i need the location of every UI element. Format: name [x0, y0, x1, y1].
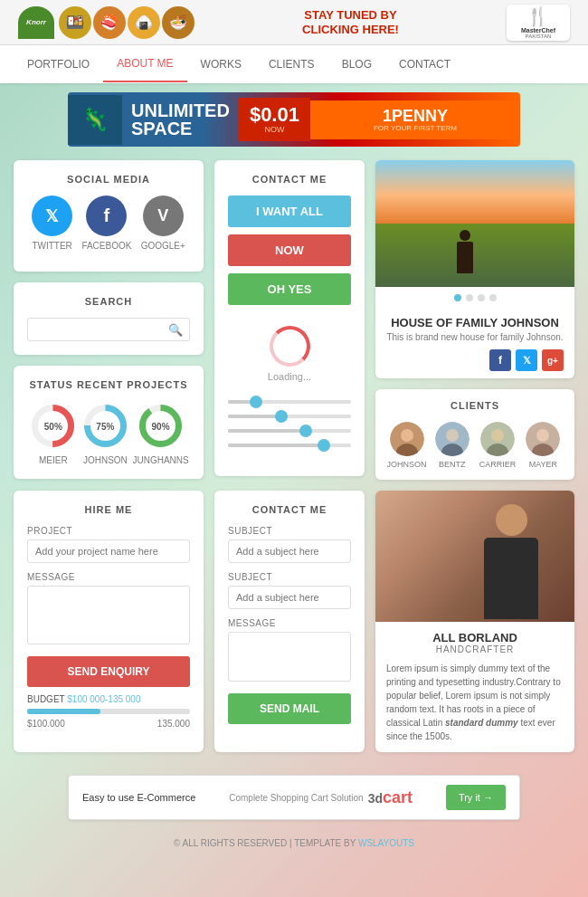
- i-want-all-button[interactable]: I WANT ALL: [228, 196, 351, 227]
- footer-brand: 3dcart: [368, 788, 413, 807]
- slider-track-3[interactable]: [228, 429, 351, 433]
- nav-portfolio[interactable]: PORTFOLIO: [14, 47, 103, 81]
- copyright-link[interactable]: WSLAYOUTS: [358, 838, 414, 848]
- client-name-mayer: MAYER: [529, 460, 557, 469]
- photo-dot-2[interactable]: [466, 294, 473, 301]
- person-name: ALL BORLAND: [386, 631, 564, 644]
- person-body: [484, 538, 538, 619]
- person-role: HANDCRAFTER: [386, 644, 564, 654]
- donut-junghanns: 90%: [136, 401, 185, 451]
- send-enquiry-button[interactable]: SEND ENQUIRY: [27, 656, 190, 687]
- slider-thumb-2: [275, 410, 288, 423]
- hostgator-banner[interactable]: 🦎 UNLIMITED SPACE $0.01 NOW 1PENNY FOR Y…: [68, 92, 520, 147]
- slider-fill-4: [228, 444, 320, 447]
- budget-amount: $100 000-135 000: [67, 694, 140, 704]
- photo-fb-btn[interactable]: f: [489, 349, 511, 371]
- hg-text-block: UNLIMITED SPACE: [122, 101, 239, 138]
- now-button[interactable]: NOW: [228, 234, 351, 266]
- slider-row-3: [228, 429, 351, 433]
- client-johnson: JOHNSON: [386, 422, 427, 469]
- oh-yes-button[interactable]: OH YES: [228, 273, 351, 305]
- knorr-logo: Knorr: [18, 6, 54, 39]
- client-name-johnson: JOHNSON: [387, 460, 427, 469]
- slider-track-4[interactable]: [228, 444, 351, 447]
- nav-works[interactable]: WORKS: [187, 47, 255, 81]
- budget-text: BUDGET $100 000-135 000: [27, 694, 190, 704]
- contact-me-title: CONTACT ME: [228, 174, 351, 185]
- slider-track-2[interactable]: [228, 415, 351, 418]
- copyright-text: © ALL RIGHTS RESERVED | TEMPLATE BY: [174, 838, 356, 848]
- nav-clients[interactable]: CLIENTS: [255, 47, 328, 81]
- project-label: PROJECT: [27, 526, 190, 536]
- subject-input[interactable]: [228, 539, 351, 563]
- status-card: STATUS RECENT PROJECTS 50% MEIER: [14, 366, 204, 479]
- slider-thumb-3: [299, 425, 312, 437]
- social-media-title: SOCIAL MEDIA: [27, 174, 190, 185]
- subject2-input[interactable]: [228, 586, 351, 609]
- send-mail-button[interactable]: SEND MAIL: [228, 693, 351, 724]
- photo-dot-4[interactable]: [489, 294, 497, 301]
- client-carrier: CARRIER: [478, 422, 518, 469]
- google-icon-item[interactable]: V GOOGLE+: [141, 196, 185, 251]
- nav-blog[interactable]: BLOG: [328, 47, 385, 81]
- photo-social: f 𝕏 g+: [386, 349, 564, 371]
- range-fill: [27, 709, 100, 714]
- top-banner: Knorr 🍱 🍣 🍙 🍜 STAY TUNED BY CLICKING HER…: [0, 0, 588, 45]
- chart-johnson-name: JOHNSON: [83, 455, 128, 465]
- right-column: HOUSE OF FAMILY JOHNSON This is brand ne…: [375, 160, 574, 480]
- nav-contact[interactable]: CONTACT: [385, 47, 464, 81]
- food-items: 🍱 🍣 🍙 🍜: [59, 6, 194, 39]
- hire-me-card: HIRE ME PROJECT MESSAGE SEND ENQUIRY BUD…: [14, 491, 204, 752]
- slider-thumb-4: [318, 439, 330, 452]
- facebook-circle: f: [86, 196, 127, 236]
- top-banner-right: 🍴 MasterChef PAKISTAN: [507, 5, 570, 41]
- search-input[interactable]: [27, 318, 190, 341]
- top-banner-center[interactable]: STAY TUNED BY CLICKING HERE!: [302, 8, 399, 36]
- message-textarea[interactable]: [27, 586, 190, 644]
- footer-banner: Easy to use E-Commerce Complete Shopping…: [68, 775, 520, 820]
- person-desc: Lorem ipsum is simply dummy text of the …: [386, 662, 564, 743]
- hire-me-title: HIRE ME: [27, 504, 190, 515]
- main-content: SOCIAL MEDIA 𝕏 TWITTER f FACEBOOK: [0, 156, 588, 871]
- facebook-label: FACEBOOK: [81, 241, 131, 251]
- facebook-icon-item[interactable]: f FACEBOOK: [81, 196, 131, 251]
- clients-title: CLIENTS: [386, 400, 564, 411]
- copyright: © ALL RIGHTS RESERVED | TEMPLATE BY WSLA…: [14, 829, 574, 857]
- main-nav: PORTFOLIO ABOUT ME WORKS CLIENTS BLOG CO…: [0, 45, 588, 83]
- photo-tw-btn[interactable]: 𝕏: [516, 349, 537, 371]
- message2-label: MESSAGE: [228, 618, 351, 628]
- search-title: SEARCH: [27, 296, 190, 307]
- chart-meier-name: MEIER: [39, 455, 68, 465]
- chart-junghanns: 90% JUNGHANNS: [132, 401, 188, 465]
- chart-junghanns-name: JUNGHANNS: [132, 455, 188, 465]
- project-input[interactable]: [27, 539, 190, 563]
- twitter-circle: 𝕏: [32, 196, 72, 236]
- slider-row-4: [228, 444, 351, 447]
- slider-track-1[interactable]: [228, 400, 351, 404]
- search-box: 🔍: [27, 318, 190, 341]
- twitter-icon-item[interactable]: 𝕏 TWITTER: [32, 196, 72, 251]
- person-photo: [375, 491, 574, 622]
- photo-dot-1[interactable]: [454, 294, 461, 301]
- photo-grass: [375, 224, 574, 287]
- try-it-button[interactable]: Try it →: [446, 785, 506, 810]
- social-icons: 𝕏 TWITTER f FACEBOOK V GOO: [27, 196, 190, 251]
- photo-gp-btn[interactable]: g+: [542, 349, 564, 371]
- photo-dot-3[interactable]: [478, 294, 485, 301]
- google-circle: V: [143, 196, 184, 236]
- photo-desc: This is brand new house for family Johns…: [386, 332, 564, 342]
- google-label: GOOGLE+: [141, 241, 185, 251]
- social-media-card: SOCIAL MEDIA 𝕏 TWITTER f FACEBOOK: [14, 160, 204, 272]
- sliders-container: [228, 396, 351, 463]
- footer-center: Complete Shopping Cart Solution 3dcart: [229, 788, 413, 807]
- range-labels: $100.000 135.000: [27, 719, 190, 729]
- person-figure: [475, 504, 547, 622]
- slider-row-2: [228, 415, 351, 418]
- food-item-3: 🍙: [128, 6, 160, 39]
- range-track[interactable]: [27, 709, 190, 714]
- message2-textarea[interactable]: [228, 632, 351, 682]
- loading-text: Loading...: [268, 371, 311, 382]
- client-bentz: BENTZ: [432, 422, 472, 469]
- contact-bottom-title: CONTACT ME: [228, 504, 351, 515]
- nav-about-me[interactable]: ABOUT ME: [103, 46, 186, 82]
